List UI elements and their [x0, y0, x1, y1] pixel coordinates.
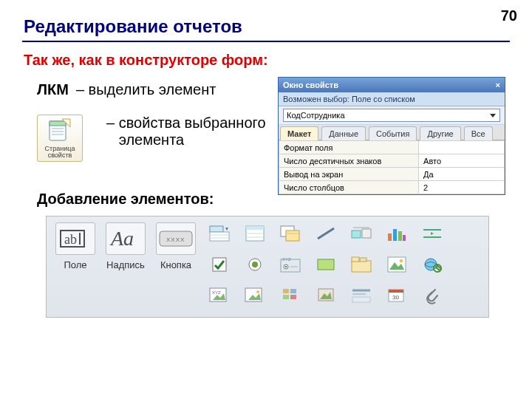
- svg-text:XYZ: XYZ: [212, 290, 221, 295]
- hyperlink-icon[interactable]: [419, 253, 446, 276]
- textbox-icon: ab: [55, 222, 95, 255]
- table-row[interactable]: Число десятичных знаковАвто: [279, 154, 505, 168]
- svg-marker-35: [431, 232, 434, 235]
- checkbox-icon[interactable]: [206, 253, 233, 276]
- page-break-icon[interactable]: [419, 222, 446, 245]
- controls-toolbox: ab Поле Aa Надпись XXXX Кнопка: [46, 216, 489, 318]
- svg-rect-30: [393, 229, 397, 241]
- property-sheet-button[interactable]: Страницасвойств: [37, 115, 83, 162]
- svg-rect-63: [290, 295, 296, 299]
- svg-rect-31: [398, 231, 402, 241]
- subform-icon[interactable]: [277, 222, 304, 245]
- table-row[interactable]: Формат поля: [279, 141, 505, 154]
- lkm-row: ЛКМ – выделить элемент: [37, 81, 216, 98]
- propwin-title: Окно свойств: [283, 81, 338, 89]
- svg-text:Aa: Aa: [109, 227, 134, 250]
- tab-all[interactable]: Все: [464, 126, 493, 140]
- lkm-label: ЛКМ: [37, 81, 69, 98]
- line-icon[interactable]: [313, 222, 339, 245]
- svg-point-59: [256, 290, 259, 293]
- tool-button[interactable]: XXXX Кнопка: [156, 222, 196, 270]
- propwin-combo-row: КодСотрудника: [279, 106, 505, 125]
- svg-point-38: [252, 262, 258, 267]
- lkm-desc: – выделить элемент: [76, 81, 216, 98]
- close-icon[interactable]: ×: [496, 81, 500, 89]
- table-row[interactable]: Число столбцов2: [279, 181, 505, 194]
- logo-icon[interactable]: [313, 284, 339, 307]
- page-title: Редактирование отчетов: [24, 16, 242, 37]
- svg-rect-14: [210, 232, 229, 241]
- svg-rect-61: [290, 289, 296, 293]
- svg-rect-68: [352, 297, 370, 302]
- date-icon[interactable]: 30: [383, 284, 410, 307]
- svg-point-51: [425, 259, 437, 270]
- svg-point-50: [400, 259, 403, 263]
- tool-label[interactable]: Aa Надпись: [106, 222, 146, 270]
- chart-icon[interactable]: [383, 222, 410, 245]
- svg-text:XYZ: XYZ: [282, 257, 291, 262]
- svg-rect-62: [283, 295, 289, 299]
- svg-rect-26: [352, 231, 361, 238]
- tab-data[interactable]: Данные: [321, 126, 366, 140]
- tab-events[interactable]: События: [369, 126, 417, 140]
- svg-rect-29: [388, 233, 392, 241]
- tab-layout[interactable]: Макет: [280, 126, 318, 140]
- svg-rect-44: [318, 259, 334, 270]
- svg-rect-60: [283, 289, 289, 293]
- svg-text:30: 30: [392, 294, 399, 301]
- svg-rect-36: [213, 258, 226, 271]
- property-sheet-icon: [47, 118, 72, 143]
- bound-object-icon[interactable]: XYZ: [206, 284, 233, 307]
- tab-control-icon[interactable]: [348, 253, 375, 276]
- svg-rect-23: [286, 231, 299, 241]
- svg-rect-46: [352, 257, 359, 262]
- svg-rect-13: [210, 226, 223, 232]
- table-row[interactable]: Вывод на экранДа: [279, 168, 505, 181]
- option-button-icon[interactable]: [242, 253, 268, 276]
- svg-rect-32: [403, 235, 406, 241]
- svg-point-42: [285, 266, 287, 268]
- attachment-icon[interactable]: [419, 284, 446, 307]
- option-group-icon[interactable]: XYZ: [277, 253, 304, 276]
- propwin-titlebar: Окно свойств ×: [279, 78, 505, 92]
- properties-window: Окно свойств × Возможен выбор: Поле со с…: [278, 77, 505, 195]
- properties-desc: свойства выбранного элемента: [86, 115, 266, 149]
- subtitle: Так же, как в конструкторе форм:: [24, 52, 268, 69]
- rectangle-icon[interactable]: [313, 253, 339, 276]
- property-sheet-caption: Страницасвойств: [45, 146, 75, 160]
- unbound-object-icon[interactable]: [242, 284, 268, 307]
- svg-rect-27: [362, 229, 371, 238]
- small-tools-grid: XYZ XYZ 30: [206, 222, 450, 311]
- propwin-subheader: Возможен выбор: Поле со списком: [279, 92, 505, 106]
- propwin-grid: Формат поля Число десятичных знаковАвто …: [279, 140, 505, 194]
- svg-marker-17: [225, 228, 228, 231]
- toggle-icon[interactable]: [348, 222, 375, 245]
- tool-textbox[interactable]: ab Поле: [55, 222, 95, 270]
- title-icon[interactable]: [348, 284, 375, 307]
- svg-line-25: [318, 228, 334, 239]
- more-controls-icon[interactable]: [277, 284, 304, 307]
- properties-row: Страницасвойств свойства выбранного элем…: [37, 115, 266, 162]
- svg-rect-1: [50, 121, 66, 126]
- svg-rect-45: [352, 261, 371, 272]
- svg-rect-19: [246, 226, 264, 230]
- page-number: 70: [501, 7, 517, 24]
- svg-text:XXXX: XXXX: [166, 236, 185, 243]
- label-icon: Aa: [106, 222, 146, 255]
- title-rule: [22, 41, 510, 42]
- svg-text:ab: ab: [64, 232, 77, 247]
- chevron-down-icon: [489, 112, 497, 119]
- combo-value: КодСотрудника: [287, 111, 345, 120]
- combobox-icon[interactable]: [206, 222, 233, 245]
- tab-other[interactable]: Другие: [420, 126, 460, 140]
- svg-rect-70: [389, 290, 403, 293]
- propwin-tabs: Макет Данные События Другие Все: [279, 125, 505, 140]
- add-elements-heading: Добавление элементов:: [37, 191, 214, 208]
- object-selector-combo[interactable]: КодСотрудника: [283, 109, 500, 122]
- listbox-icon[interactable]: [242, 222, 268, 245]
- svg-rect-47: [360, 258, 366, 262]
- image-frame-icon[interactable]: [383, 253, 410, 276]
- button-icon: XXXX: [156, 222, 196, 255]
- svg-marker-6: [490, 114, 496, 117]
